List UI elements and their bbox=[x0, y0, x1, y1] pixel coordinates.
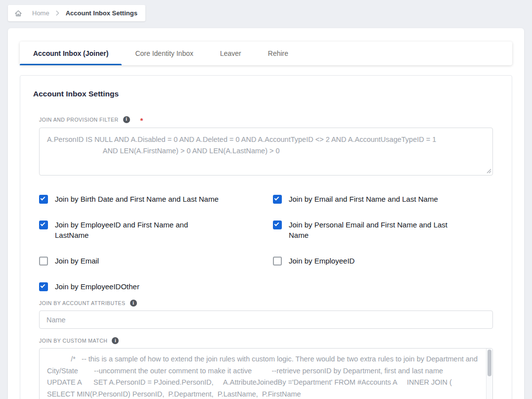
checkbox-label: Join by Email bbox=[55, 256, 99, 266]
checkbox-join-by-email[interactable]: Join by Email bbox=[39, 256, 273, 266]
checkbox-icon[interactable] bbox=[273, 195, 282, 204]
tab-rehire[interactable]: Rehire bbox=[255, 42, 302, 65]
account-attributes-name-input[interactable] bbox=[39, 310, 493, 329]
checkbox-icon[interactable] bbox=[39, 257, 48, 266]
join-provision-filter-label: JOIN AND PROVISION FILTER bbox=[39, 117, 119, 123]
checkbox-join-by-birthdate-firstname-lastname[interactable]: Join by Birth Date and First Name and La… bbox=[39, 194, 273, 204]
join-by-custom-match-label-row: JOIN BY CUSTOM MATCH bbox=[39, 337, 493, 344]
info-icon[interactable] bbox=[123, 116, 130, 123]
breadcrumb: Home Account Inbox Settings bbox=[8, 5, 145, 21]
page-title: Account Inbox Settings bbox=[33, 89, 499, 98]
checkbox-join-by-employeeid[interactable]: Join by EmployeeID bbox=[273, 256, 493, 266]
breadcrumb-home-link[interactable]: Home bbox=[32, 9, 49, 17]
checkbox-join-by-employeeidother[interactable]: Join by EmployeeIDOther bbox=[39, 282, 273, 292]
join-provision-filter-textarea[interactable]: A.PersonID IS NULL AND A.Disabled = 0 AN… bbox=[39, 128, 493, 176]
checkbox-join-by-employeeid-firstname-lastname[interactable]: Join by EmployeeID and First Name and La… bbox=[39, 220, 273, 240]
check-icon bbox=[41, 222, 45, 226]
tab-account-inbox-joiner[interactable]: Account Inbox (Joiner) bbox=[20, 42, 122, 65]
tab-core-identity-inbox[interactable]: Core Identity Inbox bbox=[122, 42, 207, 65]
checkbox-label: Join by EmployeeID bbox=[289, 256, 355, 266]
check-icon bbox=[274, 222, 279, 226]
check-icon bbox=[274, 196, 279, 201]
breadcrumb-current-page: Account Inbox Settings bbox=[66, 9, 137, 17]
checkbox-label: Join by Personal Email and First Name an… bbox=[289, 220, 459, 240]
main-panel: Account Inbox (Joiner) Core Identity Inb… bbox=[8, 28, 524, 399]
checkbox-icon[interactable] bbox=[39, 195, 48, 204]
check-icon bbox=[41, 196, 45, 201]
chevron-right-icon bbox=[56, 10, 59, 16]
info-icon[interactable] bbox=[130, 300, 137, 307]
join-by-account-attributes-label: JOIN BY ACCOUNT ATTRIBUTES bbox=[39, 300, 126, 306]
scrollbar-thumb[interactable] bbox=[488, 350, 491, 376]
checkbox-icon[interactable] bbox=[39, 221, 48, 229]
home-icon[interactable] bbox=[14, 9, 22, 17]
checkbox-icon[interactable] bbox=[273, 221, 282, 229]
info-icon[interactable] bbox=[112, 337, 119, 344]
join-provision-filter-label-row: JOIN AND PROVISION FILTER * bbox=[39, 115, 493, 124]
checkbox-label: Join by EmployeeID and First Name and La… bbox=[55, 220, 203, 240]
checkbox-label: Join by Birth Date and First Name and La… bbox=[55, 194, 219, 204]
required-asterisk: * bbox=[140, 116, 143, 125]
resize-grip-icon[interactable] bbox=[487, 169, 491, 174]
join-by-account-attributes-label-row: JOIN BY ACCOUNT ATTRIBUTES bbox=[39, 300, 493, 307]
checkbox-icon[interactable] bbox=[273, 257, 282, 266]
checkbox-icon[interactable] bbox=[39, 282, 48, 291]
join-by-custom-match-label: JOIN BY CUSTOM MATCH bbox=[39, 338, 107, 344]
tab-leaver[interactable]: Leaver bbox=[207, 42, 255, 65]
check-icon bbox=[41, 283, 45, 288]
custom-match-textarea[interactable]: /* -- this is a sample of how to extend … bbox=[39, 348, 493, 399]
checkbox-label: Join by EmployeeIDOther bbox=[55, 282, 139, 292]
checkbox-join-by-email-firstname-lastname[interactable]: Join by Email and First Name and Last Na… bbox=[273, 194, 493, 204]
scrollbar[interactable] bbox=[486, 349, 492, 399]
join-rules-checkbox-grid: Join by Birth Date and First Name and La… bbox=[39, 194, 493, 292]
checkbox-join-by-personal-email-firstname-lastname[interactable]: Join by Personal Email and First Name an… bbox=[273, 220, 493, 240]
tab-bar: Account Inbox (Joiner) Core Identity Inb… bbox=[20, 42, 512, 65]
checkbox-label: Join by Email and First Name and Last Na… bbox=[289, 194, 438, 204]
account-inbox-settings-card: Account Inbox Settings JOIN AND PROVISIO… bbox=[20, 75, 512, 399]
